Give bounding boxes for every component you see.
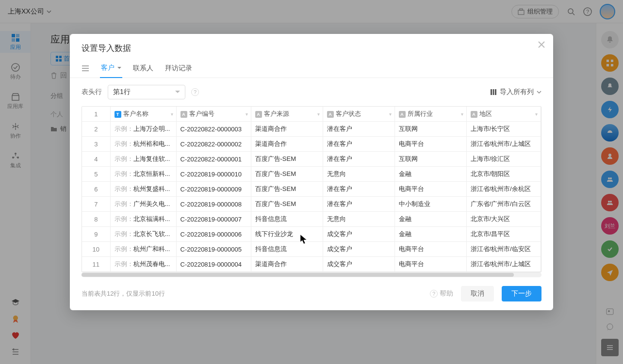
svg-rect-31 (491, 89, 492, 95)
cell-source: 百度广告-SEM (251, 167, 323, 182)
help-label: 帮助 (440, 289, 453, 298)
cell-name: 示例：杭州广和科... (110, 242, 176, 257)
cell-name: 示例：上海万企明... (110, 122, 176, 137)
cell-code: C-20220819-0000010 (176, 167, 251, 182)
hamburger-icon (82, 64, 89, 72)
cancel-button[interactable]: 取消 (461, 286, 494, 301)
cell-industry: 中小制造业 (394, 197, 466, 212)
info-icon[interactable]: ? (191, 88, 199, 96)
cell-name: 示例：杭州裕和电... (110, 137, 176, 152)
cell-source: 渠道商合作 (251, 137, 323, 152)
modal-title: 设置导入数据 (82, 43, 541, 54)
cell-rownum: 7 (82, 197, 110, 212)
svg-rect-33 (495, 89, 496, 95)
col-customer-source[interactable]: A客户来源▾ (251, 107, 323, 122)
columns-icon (490, 89, 497, 95)
cell-industry: 互联网 (394, 152, 466, 167)
cell-region: 北京市/朝阳区 (466, 167, 541, 182)
cell-region: 北京市/大兴区 (466, 212, 541, 227)
cell-status: 潜在客户 (323, 137, 394, 152)
header-row-select[interactable]: 第1行 (108, 85, 185, 99)
cell-region: 北京市/昌平区 (466, 227, 541, 242)
import-all-label: 导入所有列 (500, 88, 534, 96)
cell-industry: 金融 (394, 227, 466, 242)
cell-code: C-20220822-0000002 (176, 137, 251, 152)
table-row[interactable]: 5示例：北京恒新科...C-20220819-0000010百度广告-SEM无意… (82, 167, 541, 182)
cell-name: 示例：北京长飞软... (110, 227, 176, 242)
cell-region: 广东省/广州市/白云区 (466, 197, 541, 212)
cell-industry: 电商平台 (394, 257, 466, 272)
cell-region: 上海市/长宁区 (466, 122, 541, 137)
cell-source: 线下行业沙龙 (251, 227, 323, 242)
modal-close-button[interactable] (538, 41, 545, 48)
cell-rownum: 2 (82, 122, 110, 137)
caret-down-icon (117, 66, 121, 70)
tabs-menu-button[interactable] (82, 64, 90, 72)
cell-industry: 电商平台 (394, 137, 466, 152)
tab-visit[interactable]: 拜访记录 (164, 59, 193, 78)
horizontal-scrollbar[interactable] (82, 272, 541, 277)
cell-name: 示例：杭州茂春电... (110, 257, 176, 272)
cell-status: 潜在客户 (323, 152, 394, 167)
table-row[interactable]: 3示例：杭州裕和电...C-20220822-0000002渠道商合作潜在客户电… (82, 137, 541, 152)
col-industry[interactable]: A所属行业▾ (394, 107, 466, 122)
cell-industry: 金融 (394, 167, 466, 182)
data-table: 1 T客户名称▾ A客户编号▾ A客户来源▾ A客户状态▾ A所属行业▾ A地区… (82, 106, 541, 272)
modal-tabs: 客户 联系人 拜访记录 (70, 59, 553, 78)
cell-source: 百度广告-SEM (251, 197, 323, 212)
tab-label: 联系人 (133, 64, 153, 73)
cell-rownum: 3 (82, 137, 110, 152)
header-row-label: 表头行 (82, 88, 102, 96)
cell-code: C-20220819-0000009 (176, 182, 251, 197)
table-row[interactable]: 10示例：杭州广和科...C-20220819-0000005抖音信息流成交客户… (82, 242, 541, 257)
import-data-modal: 设置导入数据 客户 联系人 拜访记录 表头行 第1行 (70, 34, 553, 310)
cell-code: C-20220819-0000004 (176, 257, 251, 272)
close-icon (538, 41, 545, 48)
tab-customer[interactable]: 客户 (100, 59, 122, 78)
col-region[interactable]: A地区▾ (466, 107, 541, 122)
cell-code: C-20220822-0000001 (176, 152, 251, 167)
chevron-down-icon (537, 90, 541, 95)
cell-industry: 互联网 (394, 122, 466, 137)
table-row[interactable]: 6示例：杭州复盛科...C-20220819-0000009百度广告-SEM潜在… (82, 182, 541, 197)
cell-status: 成交客户 (323, 227, 394, 242)
cell-rownum: 6 (82, 182, 110, 197)
table-row[interactable]: 4示例：上海复佳软...C-20220822-0000001百度广告-SEM潜在… (82, 152, 541, 167)
cell-status: 成交客户 (323, 242, 394, 257)
cell-name: 示例：杭州复盛科... (110, 182, 176, 197)
cell-source: 抖音信息流 (251, 212, 323, 227)
import-all-columns-button[interactable]: 导入所有列 (490, 88, 541, 96)
next-button[interactable]: 下一步 (502, 286, 541, 301)
cell-name: 示例：北京恒新科... (110, 167, 176, 182)
tab-contact[interactable]: 联系人 (132, 59, 154, 78)
cell-status: 无意向 (323, 212, 394, 227)
cell-rownum: 8 (82, 212, 110, 227)
cell-code: C-20220819-0000007 (176, 212, 251, 227)
cell-industry: 金融 (394, 212, 466, 227)
cell-code: C-20220819-0000008 (176, 197, 251, 212)
cell-status: 无意向 (323, 167, 394, 182)
col-customer-code[interactable]: A客户编号▾ (176, 107, 251, 122)
cell-status: 潜在客户 (323, 122, 394, 137)
cell-source: 百度广告-SEM (251, 182, 323, 197)
col-customer-status[interactable]: A客户状态▾ (323, 107, 394, 122)
table-row[interactable]: 8示例：北京福满科...C-20220819-0000007抖音信息流无意向金融… (82, 212, 541, 227)
help-link[interactable]: ? 帮助 (430, 289, 453, 298)
cell-industry: 电商平台 (394, 242, 466, 257)
cell-region: 浙江省/杭州市/上城区 (466, 137, 541, 152)
help-icon: ? (430, 290, 438, 298)
cell-status: 潜在客户 (323, 182, 394, 197)
cell-rownum: 4 (82, 152, 110, 167)
cell-rownum: 11 (82, 257, 110, 272)
col-customer-name[interactable]: T客户名称▾ (110, 107, 176, 122)
cell-source: 抖音信息流 (251, 242, 323, 257)
table-row[interactable]: 7示例：广州美久电...C-20220819-0000008百度广告-SEM潜在… (82, 197, 541, 212)
cell-region: 浙江省/杭州市/余杭区 (466, 182, 541, 197)
table-row[interactable]: 9示例：北京长飞软...C-20220819-0000006线下行业沙龙成交客户… (82, 227, 541, 242)
svg-rect-32 (493, 89, 494, 95)
table-row[interactable]: 2示例：上海万企明...C-20220822-0000003渠道商合作潜在客户互… (82, 122, 541, 137)
cell-rownum: 9 (82, 227, 110, 242)
table-row[interactable]: 11示例：杭州茂春电...C-20220819-0000004渠道商合作成交客户… (82, 257, 541, 272)
cell-industry: 电商平台 (394, 182, 466, 197)
cell-region: 上海市/徐汇区 (466, 152, 541, 167)
